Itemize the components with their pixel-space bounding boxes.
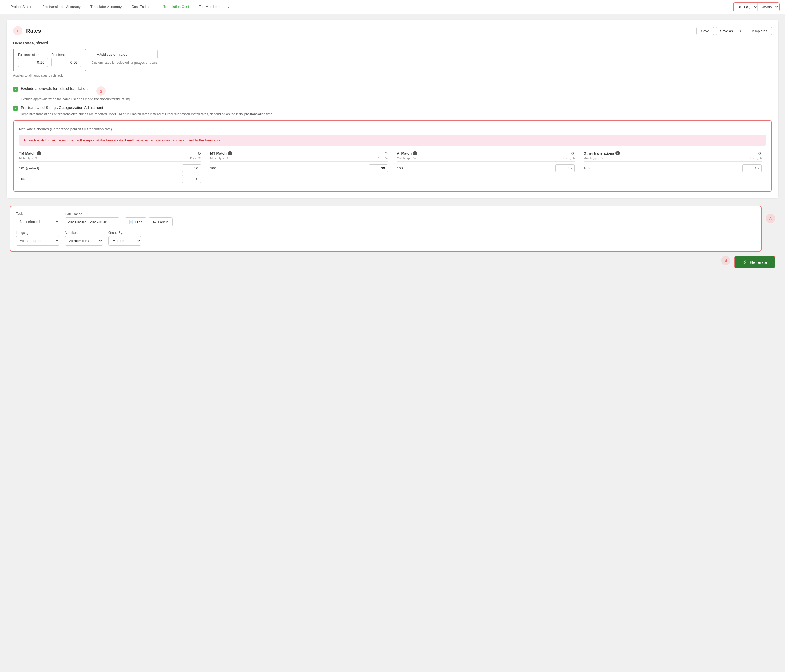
top-nav: Project Status Pre-translation Accuracy …	[0, 0, 785, 14]
nav-more-button[interactable]: ›	[225, 0, 232, 14]
other-gear-icon[interactable]: ⚙	[758, 151, 762, 155]
mt-row-0: 100	[210, 164, 388, 172]
rates-row: Full translation Proofread Applies to al…	[13, 48, 772, 77]
save-as-arrow[interactable]: ▾	[737, 27, 744, 34]
tm-col-title: TM Match i	[19, 151, 41, 155]
step-4-circle: 4	[721, 256, 730, 265]
ai-col-header: AI Match i ⚙	[397, 151, 575, 155]
group-by-label: Group By:	[108, 231, 141, 234]
task-group: Task: Not selected	[16, 212, 59, 227]
tab-translator-accuracy[interactable]: Translator Accuracy	[86, 0, 127, 14]
ai-price-0[interactable]	[555, 164, 575, 172]
member-label: Member:	[65, 231, 103, 234]
tm-match-col: TM Match i ⚙ Match type, % Price, % 101 …	[19, 151, 206, 186]
ai-info-icon[interactable]: i	[413, 151, 417, 155]
generate-label: Generate	[750, 260, 767, 265]
divider-1	[13, 82, 772, 82]
task-label: Task:	[16, 212, 59, 216]
mt-match-label: MT Match	[210, 151, 227, 155]
ai-col-title: AI Match i	[397, 151, 417, 155]
ai-price-label: Price, %	[563, 156, 575, 160]
base-rates-inputs: Full translation Proofread Applies to al…	[13, 48, 86, 77]
date-range-label: Date Range:	[65, 212, 119, 216]
other-col-title: Other translations i	[583, 151, 620, 155]
other-price-label: Price, %	[751, 156, 762, 160]
net-rate-schemes-section: Net Rate Schemes (Percentage paid of ful…	[13, 120, 772, 192]
generate-button[interactable]: ⚡ Generate	[734, 256, 775, 269]
files-button[interactable]: 📄 Files	[125, 217, 146, 227]
ai-row-0: 100	[397, 164, 575, 172]
save-button[interactable]: Save	[696, 27, 714, 35]
tab-cost-estimate[interactable]: Cost Estimate	[127, 0, 158, 14]
tm-price-0[interactable]	[182, 164, 201, 172]
other-trans-col: Other translations i ⚙ Match type, % Pri…	[579, 151, 766, 186]
filter-card-inner: Task: Not selected Date Range: 📄	[10, 206, 762, 252]
other-price-0[interactable]	[743, 164, 762, 172]
tm-gear-icon[interactable]: ⚙	[198, 151, 201, 155]
unit-select[interactable]: Words Chars	[758, 3, 779, 11]
tab-top-members[interactable]: Top Members	[194, 0, 225, 14]
ai-match-label: AI Match	[397, 151, 411, 155]
other-info-icon[interactable]: i	[616, 151, 620, 155]
date-range-input[interactable]	[65, 217, 119, 227]
base-rates-section: Base Rates, $/word Full translation Proo…	[13, 41, 772, 77]
pretranslated-section: Pre-translated Strings Categorization Ad…	[13, 105, 772, 116]
language-select[interactable]: All languages	[16, 236, 59, 245]
base-rates-title: Base Rates, $/word	[13, 41, 772, 45]
labels-icon: 🏷	[153, 220, 156, 224]
date-range-group: Date Range:	[65, 212, 119, 227]
mt-gear-icon[interactable]: ⚙	[384, 151, 388, 155]
add-custom-rates-button[interactable]: + Add custom rates	[92, 50, 158, 59]
applies-hint: Applies to all languages by default	[13, 73, 86, 77]
tm-col-subheader: Match type, % Price, %	[19, 156, 201, 162]
task-select[interactable]: Not selected	[16, 217, 59, 227]
tm-col-header: TM Match i ⚙	[19, 151, 201, 155]
tm-info-icon[interactable]: i	[37, 151, 41, 155]
tab-pretranslation-accuracy[interactable]: Pre-translation Accuracy	[38, 0, 86, 14]
labels-button[interactable]: 🏷 Labels	[149, 217, 172, 227]
proofread-field: Proofread	[51, 53, 81, 67]
net-rate-info: A new translation will be included in th…	[19, 135, 766, 145]
currency-select[interactable]: USD ($) EUR (€)	[734, 3, 758, 11]
other-match-type-label: Match type, %	[583, 156, 603, 160]
tm-price-1[interactable]	[182, 175, 201, 183]
proofread-input[interactable]	[51, 58, 81, 67]
tm-price-label: Price, %	[190, 156, 201, 160]
pretranslated-checkbox-row: Pre-translated Strings Categorization Ad…	[13, 105, 772, 111]
exclude-label: Exclude approvals for edited translation…	[21, 86, 89, 91]
other-match-0: 100	[583, 166, 590, 170]
tm-match-label: TM Match	[19, 151, 36, 155]
mt-match-type-label: Match type, %	[210, 156, 229, 160]
main-content: 1 Rates Save Save as ▾ Templates Base Ra…	[0, 14, 785, 672]
tab-translation-cost[interactable]: Translation Cost	[158, 0, 194, 14]
proofread-label: Proofread	[51, 53, 81, 57]
labels-label: Labels	[158, 220, 168, 224]
tm-row-0: 101 (perfect)	[19, 164, 201, 172]
full-translation-field: Full translation	[18, 53, 48, 67]
pretranslated-desc: Repetitive translations of pre-translate…	[21, 112, 772, 116]
filter-with-step: Task: Not selected Date Range: 📄	[10, 206, 775, 252]
mt-info-icon[interactable]: i	[228, 151, 232, 155]
mt-col-subheader: Match type, % Price, %	[210, 156, 388, 162]
rates-title: Rates	[26, 28, 41, 34]
filter-section-wrapper: Task: Not selected Date Range: 📄	[6, 203, 779, 276]
pretranslated-checkbox[interactable]	[13, 106, 18, 111]
tm-match-0: 101 (perfect)	[19, 166, 39, 170]
ai-gear-icon[interactable]: ⚙	[571, 151, 575, 155]
generate-icon: ⚡	[743, 260, 747, 265]
mt-price-0[interactable]	[369, 164, 388, 172]
custom-hint: Custom rates for selected languages or u…	[92, 61, 158, 64]
member-select[interactable]: All members	[65, 236, 103, 245]
card-header: 1 Rates Save Save as ▾ Templates	[13, 26, 772, 36]
templates-button[interactable]: Templates	[747, 27, 772, 35]
full-translation-input[interactable]	[18, 58, 48, 67]
nav-right-controls: USD ($) EUR (€) Words Chars	[733, 2, 780, 11]
tab-project-status[interactable]: Project Status	[5, 0, 38, 14]
exclude-checkbox[interactable]	[13, 87, 18, 92]
group-by-select[interactable]: Member	[108, 236, 141, 245]
files-icon: 📄	[129, 220, 133, 224]
other-row-0: 100	[583, 164, 762, 172]
ai-col-subheader: Match type, % Price, %	[397, 156, 575, 162]
filter-card: Task: Not selected Date Range: 📄	[10, 206, 762, 252]
save-as-text[interactable]: Save as	[716, 27, 737, 35]
